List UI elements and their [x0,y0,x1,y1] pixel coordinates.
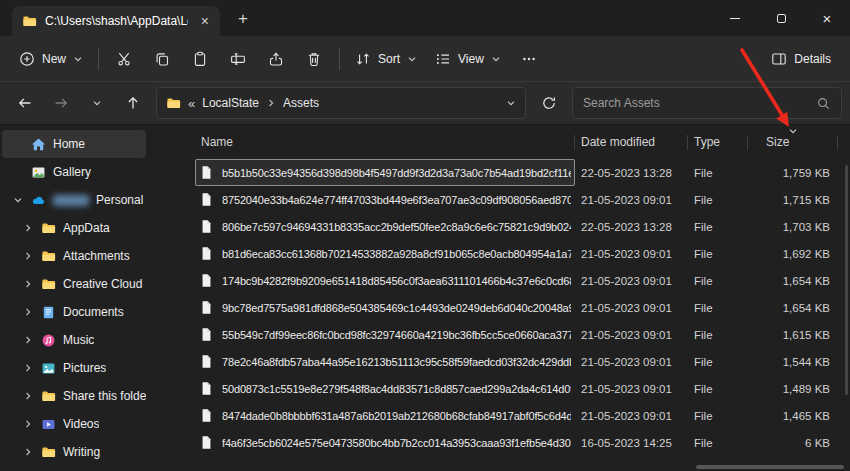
chevron-right-icon[interactable] [22,279,34,289]
column-header-size[interactable]: Size [748,125,838,159]
sidebar-item-label: Writing [63,445,100,459]
file-row[interactable]: 8752040e33b4a624e774ff47033bd449e6f3ea70… [195,186,850,213]
file-row[interactable]: 174bc9b4282f9b9209e651418d85456c0f3aea63… [195,267,850,294]
file-name-cell[interactable]: b5b1b50c33e94356d398d98b4f5497dd9f3d2d3a… [195,159,575,186]
sort-button[interactable]: Sort [346,44,426,74]
chevron-right-icon[interactable] [22,447,34,457]
file-row[interactable]: f4a6f3e5cb6024e575e0473580bc4bb7b2cc014a… [195,429,850,456]
view-button[interactable]: View [426,44,510,74]
horizontal-scrollbar[interactable] [696,465,844,469]
chevron-right-icon[interactable] [22,419,34,429]
vertical-scrollbar[interactable] [845,165,848,395]
window-controls: × [712,0,850,36]
file-name-cell[interactable]: f4a6f3e5cb6024e575e0473580bc4bb7b2cc014a… [195,429,575,456]
breadcrumb-localstate[interactable]: LocalState [202,96,259,110]
file-row[interactable]: 8474dade0b8bbbbf631a487a6b2019ab212680b6… [195,402,850,429]
folder-icon [41,221,56,236]
chevron-right-icon[interactable] [22,307,34,317]
chevron-right-icon[interactable] [22,363,34,373]
file-size: 1,654 KB [748,302,838,314]
sidebar-item-home[interactable]: Home [2,130,146,158]
file-row[interactable]: 78e2c46a8fdb57aba44a95e16213b51113c95c58… [195,348,850,375]
folder-icon [41,389,56,404]
file-date-modified: 16-05-2023 14:25 [575,437,688,449]
minimize-button[interactable] [712,0,758,36]
file-row[interactable]: 55b549c7df99eec86fc0bcd98fc32974660a4219… [195,321,850,348]
maximize-icon [777,14,786,23]
sidebar-item-writing[interactable]: Writing [2,438,146,466]
chevron-right-icon[interactable] [22,251,34,261]
file-icon [199,273,214,288]
column-header-date-modified[interactable]: Date modified [575,125,688,159]
address-bar[interactable]: « LocalState Assets [156,87,526,119]
search-box[interactable] [572,87,842,119]
rename-icon [230,51,246,67]
sidebar-item-appdata[interactable]: AppData [2,214,146,242]
file-name-cell[interactable]: 8752040e33b4a624e774ff47033bd449e6f3ea70… [195,186,575,213]
explorer-tab[interactable]: C:\Users\shash\AppData\Loca × [12,6,220,36]
new-button-label: New [42,52,66,66]
file-name-cell[interactable]: 9bc78ed7575a981dfd868e504385469c1c4493de… [195,294,575,321]
cut-button[interactable] [105,42,143,76]
sidebar-item-attachments[interactable]: Attachments [2,242,146,270]
recent-locations-button[interactable] [80,87,114,119]
sidebar-item-documents[interactable]: Documents [2,298,146,326]
chevron-down-icon[interactable] [12,195,24,205]
chevron-right-icon[interactable] [22,391,34,401]
refresh-icon [541,95,557,111]
search-input[interactable] [583,96,810,110]
breadcrumb-overflow[interactable]: « [188,96,195,111]
file-date-modified: 21-05-2023 09:01 [575,383,688,395]
details-button[interactable]: Details [762,44,840,74]
delete-button[interactable] [295,42,333,76]
new-tab-button[interactable]: + [232,10,254,27]
up-button[interactable] [116,87,150,119]
sidebar-item-music[interactable]: Music [2,326,146,354]
copy-button[interactable] [143,42,181,76]
sidebar-item-label: Documents [63,305,124,319]
file-name-cell[interactable]: 78e2c46a8fdb57aba44a95e16213b51113c95c58… [195,348,575,375]
file-size: 1,703 KB [748,221,838,233]
file-name-cell[interactable]: 174bc9b4282f9b9209e651418d85456c0f3aea63… [195,267,575,294]
file-name: b81d6eca83cc61368b70214533882a928a8cf91b… [222,248,571,260]
chevron-right-icon[interactable] [22,335,34,345]
chevron-right-icon[interactable] [22,223,34,233]
file-name-cell[interactable]: 55b549c7df99eec86fc0bcd98fc32974660a4219… [195,321,575,348]
new-button[interactable]: New [10,44,92,74]
share-button[interactable] [257,42,295,76]
sidebar-item-videos[interactable]: Videos [2,410,146,438]
pictures-icon [41,361,56,376]
file-row[interactable]: 50d0873c1c5519e8e279f548f8ac4dd83571c8d8… [195,375,850,402]
sidebar-item-pictures[interactable]: Pictures [2,354,146,382]
sidebar-item-label: Personal [96,193,143,207]
close-button[interactable]: × [804,0,850,36]
file-row[interactable]: 9bc78ed7575a981dfd868e504385469c1c4493de… [195,294,850,321]
back-button[interactable] [8,87,42,119]
file-row[interactable]: b5b1b50c33e94356d398d98b4f5497dd9f3d2d3a… [195,159,850,186]
file-row[interactable]: 806be7c597c94694331b8335acc2b9def50fee2c… [195,213,850,240]
sidebar-item-share-this-folder[interactable]: Share this folder [2,382,146,410]
column-header-type[interactable]: Type [688,125,748,159]
sidebar-item-label: Gallery [53,165,91,179]
rename-button[interactable] [219,42,257,76]
forward-button[interactable] [44,87,78,119]
breadcrumb-assets[interactable]: Assets [283,96,319,110]
file-row[interactable]: b81d6eca83cc61368b70214533882a928a8cf91b… [195,240,850,267]
sidebar-item-gallery[interactable]: Gallery [2,158,146,186]
redacted-text [53,195,89,206]
sidebar-item-creative-cloud-file[interactable]: Creative Cloud File [2,270,146,298]
maximize-button[interactable] [758,0,804,36]
file-name-cell[interactable]: 8474dade0b8bbbbf631a487a6b2019ab212680b6… [195,402,575,429]
chevron-down-icon[interactable] [506,98,516,108]
tab-close-icon[interactable]: × [196,14,214,28]
file-name-cell[interactable]: 806be7c597c94694331b8335acc2b9def50fee2c… [195,213,575,240]
file-name-cell[interactable]: b81d6eca83cc61368b70214533882a928a8cf91b… [195,240,575,267]
more-options-button[interactable] [510,42,548,76]
file-name: 174bc9b4282f9b9209e651418d85456c0f3aea63… [222,275,571,287]
file-type: File [688,167,748,179]
file-name-cell[interactable]: 50d0873c1c5519e8e279f548f8ac4dd83571c8d8… [195,375,575,402]
sidebar-item-personal[interactable]: Personal [2,186,146,214]
column-header-name[interactable]: Name [195,125,575,159]
paste-button[interactable] [181,42,219,76]
refresh-button[interactable] [532,87,566,119]
